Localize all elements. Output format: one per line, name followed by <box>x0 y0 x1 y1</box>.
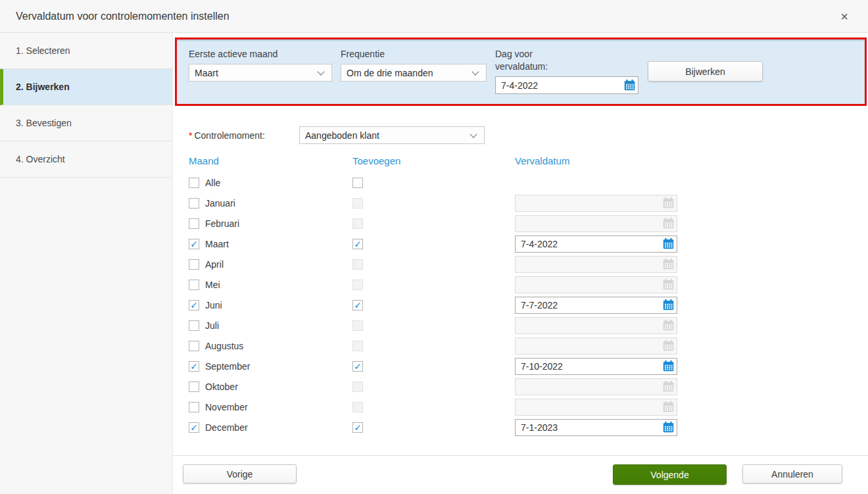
month-checkbox[interactable]: ✓ <box>189 382 199 392</box>
calendar-icon[interactable] <box>662 237 675 250</box>
calendar-icon[interactable] <box>662 421 675 433</box>
calendar-icon <box>662 319 675 332</box>
add-cell: ✓ <box>352 259 515 270</box>
calendar-icon <box>662 401 675 413</box>
due-date-field <box>515 235 677 253</box>
check-icon: ✓ <box>354 362 362 371</box>
due-date-input <box>515 337 677 355</box>
due-date-field <box>515 256 677 273</box>
calendar-icon[interactable] <box>623 79 636 91</box>
due-date-input[interactable] <box>515 358 677 375</box>
month-label: April <box>205 259 224 270</box>
due-date-input[interactable] <box>515 235 677 253</box>
table-row: ✓ Augustus ✓ <box>173 335 868 356</box>
check-icon: ✓ <box>354 423 362 432</box>
due-date-cell <box>515 256 677 273</box>
month-label: December <box>205 422 248 433</box>
cancel-button[interactable]: Annuleren <box>742 464 842 483</box>
due-date-cell <box>515 419 677 436</box>
month-checkbox[interactable]: ✓ <box>189 239 199 249</box>
first-active-month-label: Eerste actieve maand <box>189 48 332 61</box>
calendar-icon[interactable] <box>662 299 675 311</box>
month-cell: ✓ Januari <box>189 198 352 209</box>
month-checkbox[interactable]: ✓ <box>189 178 199 188</box>
required-mark: * <box>189 130 192 141</box>
due-date-cell <box>515 195 677 212</box>
add-cell: ✓ <box>352 341 515 351</box>
calendar-icon <box>662 258 675 270</box>
add-cell: ✓ <box>352 218 515 229</box>
table-row: ✓ Alle ✓ <box>173 172 868 193</box>
main-content: Eerste actieve maand Maart Frequentie Om… <box>173 33 868 494</box>
add-checkbox: ✓ <box>352 280 363 290</box>
check-icon: ✓ <box>190 301 198 310</box>
table-row: ✓ Oktober ✓ <box>173 376 868 397</box>
month-checkbox[interactable]: ✓ <box>189 218 199 229</box>
month-checkbox[interactable]: ✓ <box>189 422 199 433</box>
add-checkbox[interactable]: ✓ <box>352 300 363 310</box>
month-table-header: Maand Toevoegen Vervaldatum <box>173 155 868 166</box>
due-date-input <box>515 215 677 232</box>
next-button[interactable]: Volgende <box>613 464 727 485</box>
first-active-month-group: Eerste actieve maand Maart <box>189 48 332 82</box>
month-checkbox[interactable]: ✓ <box>189 300 199 310</box>
add-checkbox[interactable]: ✓ <box>352 178 363 188</box>
sidebar-item-bijwerken[interactable]: 2. Bijwerken <box>0 69 172 105</box>
controlemoment-select[interactable]: Aangeboden klant <box>299 126 485 144</box>
add-checkbox: ✓ <box>352 320 363 331</box>
due-date-input[interactable] <box>515 297 677 314</box>
add-cell: ✓ <box>352 422 515 433</box>
add-checkbox[interactable]: ✓ <box>352 361 363 372</box>
add-checkbox: ✓ <box>352 218 363 229</box>
calendar-icon[interactable] <box>662 360 675 372</box>
month-label: Juli <box>205 320 219 331</box>
sidebar-item-selecteren[interactable]: 1. Selecteren <box>0 33 172 69</box>
month-cell: ✓ December <box>189 422 352 433</box>
due-date-field <box>515 419 677 436</box>
due-date-input[interactable] <box>515 419 677 436</box>
due-date-field <box>515 276 677 293</box>
update-button[interactable]: Bijwerken <box>648 61 763 82</box>
previous-button[interactable]: Vorige <box>183 464 297 483</box>
due-date-input <box>515 276 677 293</box>
due-date-field <box>515 399 677 416</box>
month-checkbox[interactable]: ✓ <box>189 402 199 412</box>
add-checkbox: ✓ <box>352 402 363 412</box>
due-date-cell <box>515 337 677 355</box>
due-date-input <box>515 195 677 212</box>
month-cell: ✓ Oktober <box>189 382 352 392</box>
month-label: Mei <box>205 280 220 290</box>
month-checkbox[interactable]: ✓ <box>189 361 199 372</box>
column-header-vervaldatum: Vervaldatum <box>515 155 677 166</box>
due-day-group: Dag voor vervaldatum: <box>495 48 639 94</box>
month-checkbox[interactable]: ✓ <box>189 280 199 290</box>
frequency-select[interactable]: Om de drie maanden <box>341 64 487 82</box>
month-checkbox[interactable]: ✓ <box>189 198 199 209</box>
due-day-input[interactable] <box>495 76 639 94</box>
due-date-cell <box>515 399 677 416</box>
sidebar-item-overzicht[interactable]: 4. Overzicht <box>0 141 172 178</box>
month-checkbox[interactable]: ✓ <box>189 259 199 270</box>
table-row: ✓ Maart ✓ <box>173 234 868 254</box>
add-cell: ✓ <box>352 382 515 392</box>
sidebar-item-bevestigen[interactable]: 3. Bevestigen <box>0 105 172 141</box>
month-label: Augustus <box>205 341 243 351</box>
column-header-maand: Maand <box>189 155 352 166</box>
month-label: Maart <box>205 239 229 249</box>
month-cell: ✓ Augustus <box>189 341 352 351</box>
due-date-field <box>515 337 677 355</box>
add-cell: ✓ <box>352 361 515 372</box>
add-checkbox[interactable]: ✓ <box>352 422 363 433</box>
due-date-field <box>515 378 677 395</box>
controlemoment-value: Aangeboden klant <box>305 130 379 141</box>
due-date-field <box>515 317 677 334</box>
first-active-month-select[interactable]: Maart <box>189 64 332 82</box>
column-header-toevoegen: Toevoegen <box>352 155 515 166</box>
controlemoment-row: *Controlemoment: Aangeboden klant <box>173 126 868 144</box>
close-icon[interactable]: × <box>836 9 852 24</box>
add-checkbox[interactable]: ✓ <box>352 239 363 249</box>
month-checkbox[interactable]: ✓ <box>189 341 199 351</box>
month-checkbox[interactable]: ✓ <box>189 320 199 331</box>
check-icon: ✓ <box>354 301 362 310</box>
month-cell: ✓ Februari <box>189 218 352 229</box>
